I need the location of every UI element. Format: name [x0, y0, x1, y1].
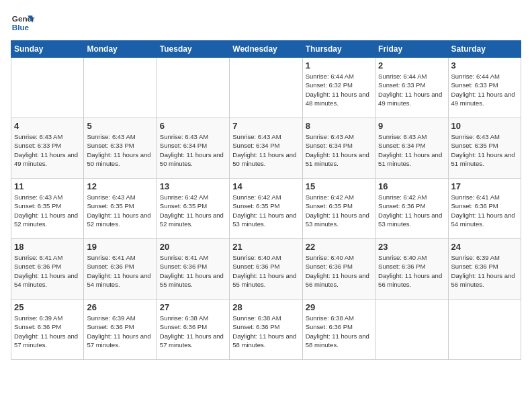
day-info: Sunrise: 6:42 AMSunset: 6:35 PMDaylight:… [160, 193, 226, 228]
day-info: Sunrise: 6:44 AMSunset: 6:33 PMDaylight:… [378, 72, 445, 107]
day-info: Sunrise: 6:40 AMSunset: 6:36 PMDaylight:… [306, 253, 372, 289]
day-info: Sunrise: 6:43 AMSunset: 6:34 PMDaylight:… [160, 132, 226, 168]
logo-icon: General Blue [11, 11, 35, 35]
day-number: 8 [306, 121, 372, 131]
calendar-cell: 9Sunrise: 6:43 AMSunset: 6:34 PMDaylight… [375, 118, 448, 179]
day-number: 28 [232, 302, 299, 312]
day-number: 2 [378, 60, 445, 71]
calendar-cell: 19Sunrise: 6:41 AMSunset: 6:36 PMDayligh… [84, 239, 157, 300]
day-number: 20 [160, 242, 226, 252]
calendar-table: SundayMondayTuesdayWednesdayThursdayFrid… [11, 40, 521, 360]
calendar-cell: 20Sunrise: 6:41 AMSunset: 6:36 PMDayligh… [157, 239, 229, 300]
calendar-cell: 4Sunrise: 6:43 AMSunset: 6:33 PMDaylight… [11, 118, 84, 179]
day-info: Sunrise: 6:42 AMSunset: 6:36 PMDaylight:… [378, 193, 445, 228]
day-info: Sunrise: 6:43 AMSunset: 6:34 PMDaylight:… [306, 132, 372, 168]
day-number: 11 [14, 181, 81, 191]
day-info: Sunrise: 6:40 AMSunset: 6:36 PMDaylight:… [232, 253, 299, 289]
day-info: Sunrise: 6:43 AMSunset: 6:34 PMDaylight:… [232, 132, 299, 168]
day-number: 23 [378, 242, 445, 252]
day-number: 19 [87, 242, 153, 252]
day-number: 16 [378, 181, 445, 191]
calendar-cell [375, 300, 448, 360]
day-info: Sunrise: 6:42 AMSunset: 6:35 PMDaylight:… [232, 193, 299, 228]
calendar-cell: 23Sunrise: 6:40 AMSunset: 6:36 PMDayligh… [375, 239, 448, 300]
calendar-cell: 12Sunrise: 6:43 AMSunset: 6:35 PMDayligh… [84, 179, 157, 239]
day-number: 15 [306, 181, 372, 191]
day-info: Sunrise: 6:44 AMSunset: 6:32 PMDaylight:… [306, 72, 372, 107]
day-number: 7 [232, 121, 299, 131]
day-number: 1 [306, 60, 372, 71]
day-info: Sunrise: 6:43 AMSunset: 6:35 PMDaylight:… [87, 193, 153, 228]
day-info: Sunrise: 6:39 AMSunset: 6:36 PMDaylight:… [451, 253, 518, 289]
weekday-header-sunday: Sunday [11, 41, 84, 58]
calendar-cell: 8Sunrise: 6:43 AMSunset: 6:34 PMDaylight… [302, 118, 375, 179]
calendar-cell [448, 300, 521, 360]
day-number: 29 [306, 302, 372, 312]
logo: General Blue [11, 11, 35, 35]
calendar-cell: 16Sunrise: 6:42 AMSunset: 6:36 PMDayligh… [375, 179, 448, 239]
weekday-header-friday: Friday [375, 41, 448, 58]
calendar-cell: 25Sunrise: 6:39 AMSunset: 6:36 PMDayligh… [11, 300, 84, 360]
day-number: 13 [160, 181, 226, 191]
weekday-header-thursday: Thursday [302, 41, 375, 58]
day-number: 26 [87, 302, 153, 312]
day-number: 18 [14, 242, 81, 252]
calendar-cell [11, 58, 84, 118]
weekday-header-tuesday: Tuesday [157, 41, 229, 58]
calendar-cell: 21Sunrise: 6:40 AMSunset: 6:36 PMDayligh… [230, 239, 302, 300]
day-info: Sunrise: 6:38 AMSunset: 6:36 PMDaylight:… [232, 314, 299, 349]
page-header: General Blue [11, 11, 521, 35]
day-number: 5 [87, 121, 153, 131]
calendar-cell: 11Sunrise: 6:43 AMSunset: 6:35 PMDayligh… [11, 179, 84, 239]
day-number: 27 [160, 302, 226, 312]
day-number: 21 [232, 242, 299, 252]
day-info: Sunrise: 6:41 AMSunset: 6:36 PMDaylight:… [160, 253, 226, 289]
calendar-cell: 28Sunrise: 6:38 AMSunset: 6:36 PMDayligh… [230, 300, 302, 360]
day-number: 12 [87, 181, 153, 191]
day-info: Sunrise: 6:42 AMSunset: 6:35 PMDaylight:… [306, 193, 372, 228]
day-info: Sunrise: 6:43 AMSunset: 6:33 PMDaylight:… [14, 132, 81, 168]
day-info: Sunrise: 6:39 AMSunset: 6:36 PMDaylight:… [14, 314, 81, 349]
day-info: Sunrise: 6:44 AMSunset: 6:33 PMDaylight:… [451, 72, 518, 107]
calendar-cell: 18Sunrise: 6:41 AMSunset: 6:36 PMDayligh… [11, 239, 84, 300]
weekday-header-wednesday: Wednesday [230, 41, 302, 58]
calendar-cell [84, 58, 157, 118]
svg-text:Blue: Blue [12, 23, 30, 32]
day-info: Sunrise: 6:38 AMSunset: 6:36 PMDaylight:… [160, 314, 226, 349]
calendar-cell: 1Sunrise: 6:44 AMSunset: 6:32 PMDaylight… [302, 58, 375, 118]
day-info: Sunrise: 6:41 AMSunset: 6:36 PMDaylight:… [87, 253, 153, 289]
day-number: 24 [451, 242, 518, 252]
weekday-header-monday: Monday [84, 41, 157, 58]
day-info: Sunrise: 6:43 AMSunset: 6:35 PMDaylight:… [14, 193, 81, 228]
day-info: Sunrise: 6:41 AMSunset: 6:36 PMDaylight:… [451, 193, 518, 228]
day-number: 6 [160, 121, 226, 131]
day-number: 22 [306, 242, 372, 252]
day-number: 17 [451, 181, 518, 191]
calendar-cell: 2Sunrise: 6:44 AMSunset: 6:33 PMDaylight… [375, 58, 448, 118]
day-info: Sunrise: 6:41 AMSunset: 6:36 PMDaylight:… [14, 253, 81, 289]
day-info: Sunrise: 6:39 AMSunset: 6:36 PMDaylight:… [87, 314, 153, 349]
day-number: 9 [378, 121, 445, 131]
calendar-cell: 17Sunrise: 6:41 AMSunset: 6:36 PMDayligh… [448, 179, 521, 239]
calendar-cell: 7Sunrise: 6:43 AMSunset: 6:34 PMDaylight… [230, 118, 302, 179]
calendar-cell [230, 58, 302, 118]
calendar-cell: 10Sunrise: 6:43 AMSunset: 6:35 PMDayligh… [448, 118, 521, 179]
calendar-cell: 5Sunrise: 6:43 AMSunset: 6:33 PMDaylight… [84, 118, 157, 179]
calendar-cell: 13Sunrise: 6:42 AMSunset: 6:35 PMDayligh… [157, 179, 229, 239]
day-info: Sunrise: 6:43 AMSunset: 6:35 PMDaylight:… [451, 132, 518, 168]
calendar-cell: 29Sunrise: 6:38 AMSunset: 6:36 PMDayligh… [302, 300, 375, 360]
day-info: Sunrise: 6:38 AMSunset: 6:36 PMDaylight:… [306, 314, 372, 349]
calendar-cell: 22Sunrise: 6:40 AMSunset: 6:36 PMDayligh… [302, 239, 375, 300]
calendar-cell [157, 58, 229, 118]
day-number: 14 [232, 181, 299, 191]
day-number: 25 [14, 302, 81, 312]
day-number: 4 [14, 121, 81, 131]
calendar-cell: 26Sunrise: 6:39 AMSunset: 6:36 PMDayligh… [84, 300, 157, 360]
calendar-cell: 27Sunrise: 6:38 AMSunset: 6:36 PMDayligh… [157, 300, 229, 360]
calendar-cell: 14Sunrise: 6:42 AMSunset: 6:35 PMDayligh… [230, 179, 302, 239]
day-info: Sunrise: 6:43 AMSunset: 6:33 PMDaylight:… [87, 132, 153, 168]
calendar-cell: 15Sunrise: 6:42 AMSunset: 6:35 PMDayligh… [302, 179, 375, 239]
day-info: Sunrise: 6:40 AMSunset: 6:36 PMDaylight:… [378, 253, 445, 289]
weekday-header-saturday: Saturday [448, 41, 521, 58]
day-number: 3 [451, 60, 518, 71]
